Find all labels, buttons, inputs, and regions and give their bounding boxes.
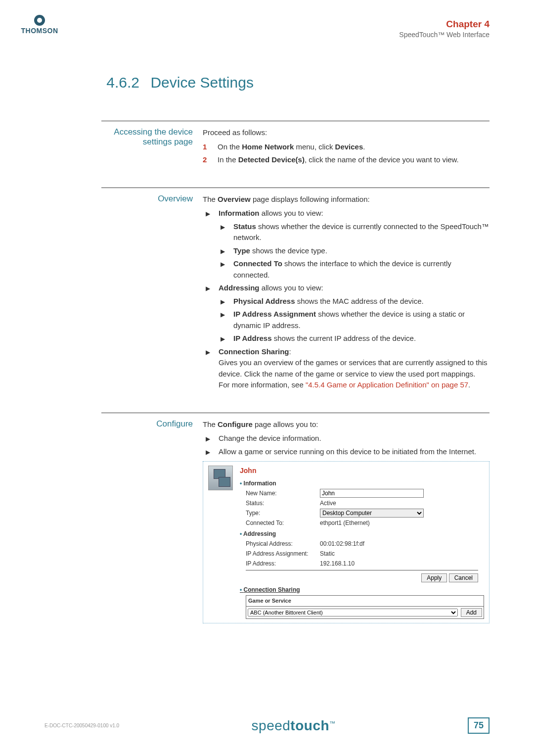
- physical-address-value: 00:01:02:98:1f:df: [320, 539, 484, 548]
- arrow-icon: ▶: [221, 221, 233, 243]
- arrow-icon: ▶: [206, 283, 219, 294]
- thomson-logo: THOMSON: [17, 15, 62, 35]
- ip-address-value: 192.168.1.10: [320, 559, 484, 568]
- chapter-subtitle: SpeedTouch™ Web Interface: [399, 31, 490, 39]
- device-name-heading: John: [240, 466, 484, 476]
- overview-information: Information allows you to view:: [219, 208, 490, 219]
- arrow-icon: ▶: [221, 258, 233, 281]
- game-definition-link[interactable]: "4.5.4 Game or Application Definition" o…: [306, 380, 468, 389]
- speedtouch-logo: speedtouch™: [252, 718, 336, 734]
- overview-ip-assignment: IP Address Assignment shows whether the …: [233, 309, 490, 331]
- chapter-label: Chapter 4: [399, 19, 490, 30]
- game-service-select[interactable]: ABC (Another Bittorent Client): [248, 609, 458, 616]
- overview-addressing: Addressing allows you to view:: [219, 283, 490, 294]
- ip-assignment-value: Static: [320, 549, 484, 558]
- arrow-icon: ▶: [221, 333, 233, 344]
- type-label: Type:: [246, 509, 320, 518]
- arrow-icon: ▶: [206, 208, 219, 219]
- overview-connection-sharing: Connection Sharing: Gives you an overvie…: [219, 346, 490, 391]
- device-config-panel: John Information New Name: Status: Activ…: [203, 461, 490, 623]
- thomson-icon: [34, 15, 45, 26]
- addressing-section-label: Addressing: [240, 529, 484, 538]
- configure-label: Configure: [101, 419, 203, 623]
- document-id: E-DOC-CTC-20050429-0100 v1.0: [44, 723, 119, 728]
- arrow-icon: ▶: [221, 245, 233, 257]
- status-value: Active: [320, 499, 484, 508]
- accessing-label: Accessing the device settings page: [101, 127, 203, 168]
- arrow-icon: ▶: [221, 309, 233, 331]
- type-select[interactable]: Desktop Computer: [320, 509, 424, 518]
- step-2-text: In the Detected Device(s), click the nam…: [218, 154, 490, 166]
- page-number: 75: [468, 717, 490, 734]
- information-section-label: Information: [240, 479, 484, 488]
- ip-assignment-label: IP Address Assignment:: [246, 549, 320, 558]
- new-name-label: New Name:: [246, 489, 320, 498]
- add-button[interactable]: Add: [461, 608, 482, 617]
- configure-item-1: Change the device information.: [219, 433, 490, 444]
- arrow-icon: ▶: [206, 346, 219, 391]
- status-label: Status:: [246, 499, 320, 508]
- step-2-number: 2: [203, 154, 218, 166]
- accessing-intro: Proceed as follows:: [203, 127, 490, 139]
- game-or-service-header: Game or Service: [246, 595, 484, 606]
- ip-address-label: IP Address:: [246, 559, 320, 568]
- section-number: 4.6.2: [44, 74, 148, 91]
- divider: [246, 570, 478, 570]
- overview-connected-to: Connected To shows the interface to whic…: [233, 258, 490, 281]
- overview-type: Type shows the device type.: [233, 245, 490, 257]
- configure-item-2: Allow a game or service running on this …: [219, 446, 490, 458]
- apply-button[interactable]: Apply: [421, 573, 447, 582]
- device-icon: [208, 466, 233, 490]
- step-1-text: On the Home Network menu, click Devices.: [218, 142, 490, 153]
- thomson-brand: THOMSON: [17, 27, 62, 35]
- connected-to-value: ethport1 (Ethernet): [320, 519, 484, 527]
- overview-label: Overview: [101, 194, 203, 393]
- overview-ip-address: IP Address shows the current IP address …: [233, 333, 490, 344]
- connected-to-label: Connected To:: [246, 519, 320, 527]
- connection-sharing-section-label: Connection Sharing: [240, 585, 484, 594]
- arrow-icon: ▶: [221, 296, 233, 307]
- page-header: Chapter 4 SpeedTouch™ Web Interface: [399, 19, 490, 39]
- step-1-number: 1: [203, 142, 218, 153]
- overview-intro: The Overview page displays following inf…: [203, 194, 490, 205]
- configure-intro: The Configure page allows you to:: [203, 419, 490, 430]
- overview-status: Status shows whether the device is curre…: [233, 221, 490, 243]
- overview-physical-address: Physical Address shows the MAC address o…: [233, 296, 490, 307]
- arrow-icon: ▶: [206, 446, 219, 458]
- new-name-input[interactable]: [320, 489, 424, 498]
- section-heading: 4.6.2 Device Settings: [44, 74, 490, 91]
- cancel-button[interactable]: Cancel: [449, 573, 478, 582]
- physical-address-label: Physical Address:: [246, 539, 320, 548]
- section-title: Device Settings: [150, 74, 253, 91]
- arrow-icon: ▶: [206, 433, 219, 444]
